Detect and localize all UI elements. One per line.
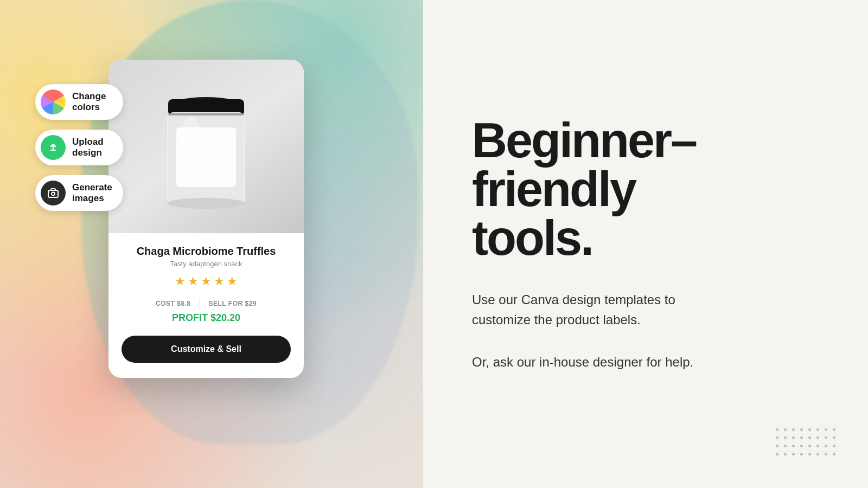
jar-image <box>152 68 260 225</box>
upload-icon <box>41 135 66 160</box>
dot <box>808 436 811 439</box>
dot <box>816 436 819 439</box>
star-4: ★ <box>214 274 225 288</box>
cost-label: COST $8.8 <box>156 300 191 307</box>
price-divider <box>200 299 200 308</box>
customize-sell-button[interactable]: Customize & Sell <box>122 336 291 363</box>
camera-icon <box>41 181 66 206</box>
dot <box>776 445 778 447</box>
dot <box>776 428 778 431</box>
description-2: Or, ask our in-house designer for help. <box>472 352 732 372</box>
star-2: ★ <box>188 274 199 288</box>
product-card: Chaga Microbiome Truffles Tasty adaptoge… <box>108 60 304 378</box>
dot <box>825 453 827 455</box>
dot <box>800 445 803 447</box>
dot <box>792 453 795 455</box>
sell-label: SELL FOR $29 <box>209 300 257 307</box>
dot <box>792 445 795 447</box>
headline: Beginner– friendly tools. <box>472 116 825 262</box>
dot <box>784 453 787 455</box>
card-content: Chaga Microbiome Truffles Tasty adaptoge… <box>108 233 304 378</box>
headline-line3: tools. <box>472 211 592 265</box>
dot <box>776 453 778 455</box>
dot <box>800 453 803 455</box>
dot <box>833 428 835 431</box>
generate-images-label: Generateimages <box>72 182 112 204</box>
pricing-row: COST $8.8 SELL FOR $29 <box>122 299 291 308</box>
svg-point-9 <box>181 117 201 149</box>
dot <box>833 445 835 447</box>
dot <box>784 445 787 447</box>
star-1: ★ <box>175 274 186 288</box>
dot <box>833 436 835 439</box>
dot <box>816 445 819 447</box>
description-1: Use our Canva design templates to custom… <box>472 290 732 330</box>
right-panel: Beginner– friendly tools. Use our Canva … <box>423 0 868 488</box>
left-panel: Changecolors Uploaddesign Ge <box>0 0 423 488</box>
svg-rect-2 <box>48 190 58 197</box>
dot <box>825 436 827 439</box>
color-wheel-icon <box>41 89 66 114</box>
dot <box>800 428 803 431</box>
dot <box>792 428 795 431</box>
product-subtitle: Tasty adaptogen snack <box>122 260 291 268</box>
svg-point-10 <box>167 198 245 209</box>
product-image-area <box>108 60 304 233</box>
dot-grid-decoration <box>776 428 835 455</box>
headline-line1: Beginner– <box>472 113 696 168</box>
generate-images-button[interactable]: Generateimages <box>35 175 123 211</box>
dot <box>833 453 835 455</box>
dot <box>808 428 811 431</box>
dot <box>816 428 819 431</box>
headline-line2: friendly <box>472 162 635 216</box>
dot <box>800 436 803 439</box>
star-rating: ★ ★ ★ ★ ★ <box>122 274 291 288</box>
star-5: ★ <box>227 274 238 288</box>
dot <box>825 428 827 431</box>
dot <box>784 428 787 431</box>
upload-design-label: Uploaddesign <box>72 137 104 159</box>
dot <box>816 453 819 455</box>
dot <box>825 445 827 447</box>
svg-rect-1 <box>50 150 56 151</box>
star-3: ★ <box>201 274 212 288</box>
dot <box>776 436 778 439</box>
upload-design-button[interactable]: Uploaddesign <box>35 130 123 165</box>
svg-rect-11 <box>168 113 244 115</box>
svg-point-3 <box>52 192 55 196</box>
profit-label: PROFIT $20.20 <box>172 312 240 323</box>
tools-container: Changecolors Uploaddesign Ge <box>35 84 123 211</box>
product-name: Chaga Microbiome Truffles <box>122 245 291 258</box>
profit-row: PROFIT $20.20 <box>122 312 291 324</box>
dot <box>784 436 787 439</box>
dot <box>808 445 811 447</box>
change-colors-button[interactable]: Changecolors <box>35 84 123 120</box>
dot <box>808 453 811 455</box>
change-colors-label: Changecolors <box>72 91 106 113</box>
dot <box>792 436 795 439</box>
